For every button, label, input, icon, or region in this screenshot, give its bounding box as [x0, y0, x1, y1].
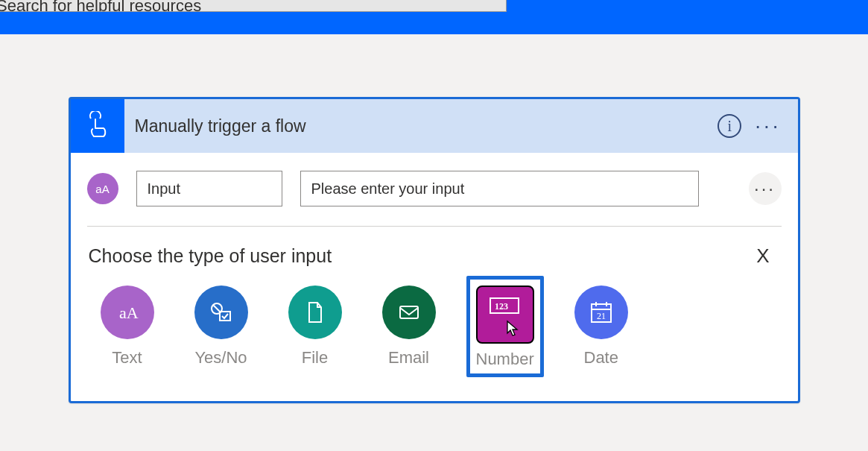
text-icon: aA: [101, 286, 154, 339]
input-type-grid: aA Text Yes/No: [87, 272, 782, 380]
input-type-date[interactable]: 21 Date: [574, 286, 628, 368]
input-type-label: Email: [388, 348, 429, 368]
input-type-label: Yes/No: [194, 348, 247, 368]
choose-type-header: Choose the type of user input X: [87, 242, 782, 272]
trigger-header-actions: i ···: [717, 114, 797, 138]
input-type-text[interactable]: aA Text: [101, 286, 154, 368]
input-type-number-selected[interactable]: 123 Number: [466, 276, 544, 377]
trigger-menu-button[interactable]: ···: [755, 116, 781, 136]
input-type-file[interactable]: File: [288, 286, 342, 368]
manual-trigger-icon: [71, 99, 124, 153]
date-icon: 21: [574, 286, 628, 339]
trigger-card-body: aA Input Please enter your input ··· Cho…: [71, 153, 798, 401]
number-icon: 123: [476, 286, 534, 344]
svg-rect-3: [220, 312, 230, 321]
input-parameter-row: aA Input Please enter your input ···: [87, 171, 782, 227]
svg-text:123: 123: [495, 301, 508, 312]
svg-text:aA: aA: [119, 303, 139, 322]
info-icon[interactable]: i: [717, 114, 741, 138]
yesno-icon: [194, 286, 248, 339]
input-type-label: Number: [476, 350, 534, 369]
trigger-title: Manually trigger a flow: [124, 116, 718, 136]
email-icon: [382, 286, 436, 339]
trigger-card[interactable]: Manually trigger a flow i ··· aA Input: [69, 97, 800, 403]
search-placeholder: Search for helpful resources: [0, 0, 201, 12]
choose-type-title: Choose the type of user input: [89, 245, 332, 267]
svg-text:21: 21: [597, 311, 606, 321]
input-type-email[interactable]: Email: [382, 286, 436, 368]
top-bar: Search for helpful resources: [0, 0, 868, 34]
input-type-yesno[interactable]: Yes/No: [194, 286, 248, 368]
input-name-field[interactable]: Input: [136, 171, 282, 206]
flow-canvas: Manually trigger a flow i ··· aA Input: [0, 34, 868, 451]
file-icon: [288, 286, 342, 339]
close-choose-type-button[interactable]: X: [756, 245, 779, 268]
input-type-label: File: [302, 348, 328, 368]
input-type-label: Text: [112, 348, 142, 368]
input-parameter-menu-button[interactable]: ···: [749, 172, 782, 205]
trigger-card-header[interactable]: Manually trigger a flow i ···: [71, 99, 798, 153]
input-type-label: Date: [584, 348, 618, 368]
input-prompt-field[interactable]: Please enter your input: [300, 171, 699, 206]
search-input[interactable]: Search for helpful resources: [0, 0, 507, 12]
text-type-badge-icon: aA: [87, 173, 118, 204]
svg-rect-4: [400, 306, 418, 318]
